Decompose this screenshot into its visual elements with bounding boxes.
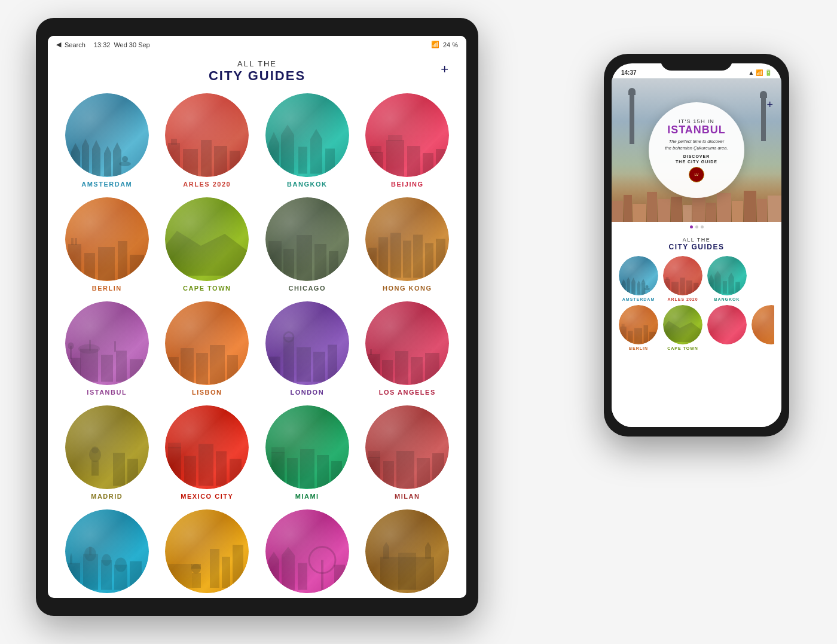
svg-rect-32 [436, 149, 445, 176]
svg-rect-135 [622, 283, 626, 295]
city-item-beijing[interactable]: BEIJING [361, 93, 455, 188]
svg-rect-73 [328, 345, 337, 382]
page-title-small: ALL THE [60, 59, 454, 68]
city-item-prague[interactable]: PRAGUE [260, 509, 355, 598]
add-guide-button[interactable]: + [441, 62, 448, 77]
svg-rect-31 [423, 153, 433, 176]
city-circle-moscow [65, 509, 149, 593]
svg-rect-53 [71, 358, 81, 382]
phone-icons: ▲ 📶 🔋 [749, 69, 772, 76]
svg-rect-71 [297, 347, 311, 382]
city-item-moscow[interactable]: MOSCOW [60, 509, 154, 598]
phone-city-item-arles[interactable]: ARLES 2020 [663, 256, 702, 301]
svg-rect-115 [192, 573, 201, 588]
svg-rect-76 [382, 360, 393, 384]
svg-rect-81 [91, 461, 99, 476]
svg-rect-6 [104, 153, 111, 176]
svg-rect-58 [89, 340, 91, 351]
phone-city-label-berlin: BERLIN [629, 346, 648, 350]
svg-point-146 [644, 288, 649, 291]
city-item-arles[interactable]: ARLES 2020 [160, 93, 255, 188]
svg-rect-147 [664, 279, 670, 295]
phone-add-button[interactable]: + [766, 99, 773, 111]
svg-rect-51 [425, 243, 433, 278]
svg-rect-15 [201, 140, 212, 176]
svg-marker-19 [268, 132, 279, 144]
svg-rect-17 [230, 151, 240, 176]
phone-city-item-bangkok[interactable]: BANGKOK [707, 256, 747, 301]
city-circle-madrid [65, 405, 149, 489]
city-label-moscow: MOSCOW [88, 597, 125, 598]
svg-rect-83 [113, 453, 125, 486]
phone-time: 14:37 [621, 69, 637, 76]
svg-rect-104 [70, 557, 72, 564]
city-circle-chicago [265, 197, 349, 281]
city-item-chicago[interactable]: CHICAGO [260, 197, 355, 292]
svg-rect-153 [708, 280, 713, 294]
city-item-lisbon[interactable]: LISBON [160, 301, 255, 396]
city-item-london[interactable]: LONDON [260, 301, 355, 396]
svg-rect-93 [287, 458, 298, 488]
svg-rect-86 [168, 443, 181, 448]
istanbul-discover-cta: DISCOVERTHE CITY GUIDE [676, 154, 717, 164]
city-item-istanbul[interactable]: ISTANBUL [60, 301, 154, 396]
city-circle-arles [165, 93, 249, 177]
svg-rect-92 [271, 447, 285, 453]
tablet-status-bar: ◀ Search 13:32 Wed 30 Sep 📶 24 % [48, 36, 466, 53]
svg-rect-18 [268, 144, 279, 174]
city-item-bangkok[interactable]: BANGKOK [260, 93, 355, 188]
svg-marker-168 [663, 321, 702, 341]
phone-city-item-capetown[interactable]: CAPE TOWN [663, 305, 702, 350]
city-item-reims[interactable]: REIMS [361, 509, 455, 598]
city-item-losangeles[interactable]: LOS ANGELES [361, 301, 455, 396]
city-circle-istanbul [65, 301, 149, 385]
city-circle-newyork [165, 509, 249, 593]
svg-rect-62 [130, 359, 143, 382]
city-item-hongkong[interactable]: HONG KONG [361, 197, 455, 292]
svg-rect-67 [227, 355, 238, 384]
phone-city-item-berlin[interactable]: BERLIN [619, 305, 658, 350]
phone-screen: 14:37 ▲ 📶 🔋 [612, 63, 781, 427]
svg-point-116 [191, 564, 201, 573]
svg-rect-49 [403, 241, 411, 278]
svg-rect-25 [325, 149, 335, 174]
phone-city-row-2: BERLIN CAPE TOWN [619, 305, 774, 350]
svg-rect-162 [622, 324, 623, 328]
phone-city-item-amsterdam[interactable]: AMSTERDAM [619, 256, 658, 301]
svg-rect-155 [714, 276, 720, 294]
svg-rect-13 [171, 139, 177, 145]
tablet-content[interactable]: ALL THE CITY GUIDES + [48, 53, 466, 598]
svg-rect-34 [71, 238, 74, 245]
svg-rect-134 [398, 553, 416, 590]
city-item-madrid[interactable]: MADRID [60, 405, 154, 500]
city-item-capetown[interactable]: CAPE TOWN [160, 197, 255, 292]
svg-rect-98 [368, 451, 380, 458]
city-item-amsterdam[interactable]: AMSTERDAM [60, 93, 154, 188]
city-item-miami[interactable]: MIAMI [260, 405, 355, 500]
svg-rect-68 [268, 357, 280, 382]
svg-rect-119 [222, 557, 230, 588]
pagination-dot-2 [695, 225, 698, 228]
city-item-milan[interactable]: MILAN [361, 405, 455, 500]
city-item-berlin[interactable]: BERLIN [60, 197, 154, 292]
svg-rect-37 [98, 247, 115, 280]
svg-rect-72 [313, 352, 325, 382]
svg-rect-56 [80, 349, 98, 382]
istanbul-description: The perfect time to discoverthe bohemian… [665, 139, 728, 151]
svg-rect-41 [268, 241, 282, 280]
city-label-london: LONDON [290, 389, 324, 396]
city-label-amsterdam: AMSTERDAM [81, 181, 132, 188]
svg-marker-131 [383, 542, 389, 547]
city-circle-losangeles [365, 301, 449, 385]
svg-marker-138 [627, 277, 630, 281]
phone-guides-title-large: CITY GUIDES [619, 243, 774, 251]
svg-marker-133 [425, 542, 431, 547]
istanbul-info-circle[interactable]: IT'S 15H IN ISTANBUL The perfect time to… [649, 102, 744, 198]
svg-rect-132 [425, 547, 431, 559]
phone-city-circle-berlin [619, 305, 658, 344]
city-circle-milan [365, 405, 449, 489]
city-circle-capetown [165, 197, 249, 281]
svg-rect-141 [637, 284, 641, 295]
city-item-newyork[interactable]: NEW YORK [160, 509, 255, 598]
city-item-mexicocity[interactable]: MEXICO CITY [160, 405, 255, 500]
